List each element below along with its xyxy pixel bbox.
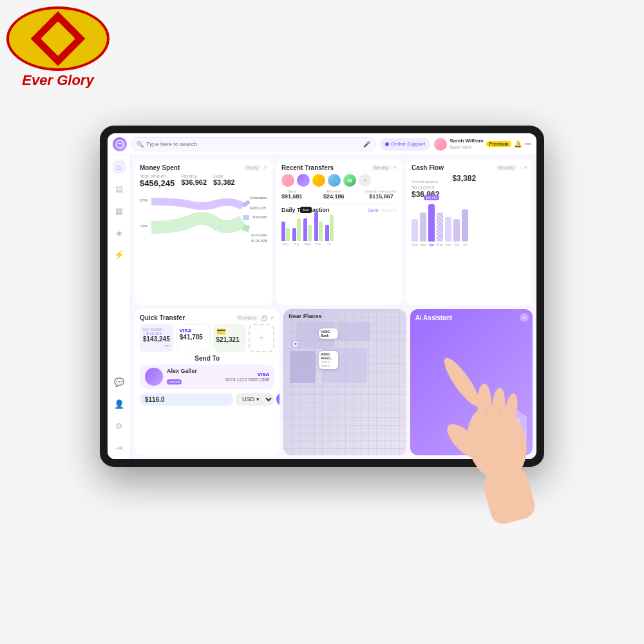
bar-wed: $en bbox=[303, 218, 312, 241]
dashboard-rows: Money Spent Yearly ↗ Total amount $456,2… bbox=[131, 155, 536, 459]
sidebar-item-wallet[interactable]: ◈ bbox=[113, 226, 126, 239]
sidebar-item-message[interactable]: 💬 bbox=[113, 375, 126, 388]
svg-point-0 bbox=[116, 140, 124, 148]
bar-mon-recv bbox=[286, 228, 290, 241]
month-feb: Feb bbox=[412, 243, 418, 247]
sankey-chart: 27% 73% bbox=[140, 192, 267, 243]
cf-icons: ↕ ↗ bbox=[519, 165, 527, 171]
expand-icon[interactable]: ↗ bbox=[269, 315, 274, 321]
online-support-button[interactable]: Online Support bbox=[380, 138, 430, 151]
svg-line-3 bbox=[243, 227, 249, 229]
clock-icon: 🕐 bbox=[260, 315, 267, 321]
label-wed: Wed bbox=[303, 242, 312, 246]
bar-tooltip: $en bbox=[300, 207, 312, 213]
bar-fri bbox=[325, 215, 334, 241]
recipient-card-info: VISA 6274 1212 0505 0388 bbox=[225, 372, 269, 382]
row1: Money Spent Yearly ↗ Total amount $456,2… bbox=[135, 159, 533, 305]
recent-transfers-period[interactable]: Weekly bbox=[371, 165, 391, 171]
sidebar-item-user[interactable]: 👤 bbox=[113, 397, 126, 410]
add-card-button[interactable]: + bbox=[249, 324, 274, 352]
bar-tue-send bbox=[292, 228, 296, 241]
sidebar: ⌂ ▤ ▦ ◈ ⚡ 💬 👤 ⚙ ⇥ bbox=[108, 155, 131, 459]
avatar bbox=[434, 138, 447, 151]
currency-select[interactable]: USD ▾ EUR ▾ GBP ▾ bbox=[236, 393, 274, 406]
bar-jul1 bbox=[453, 219, 460, 242]
svg-rect-13 bbox=[481, 466, 538, 527]
monthly-amount: Monthly $36,962 bbox=[181, 174, 207, 188]
avatar-3 bbox=[312, 174, 325, 187]
amount-input-row: USD ▾ EUR ▾ GBP ▾ Transfer bbox=[140, 393, 274, 406]
recipient-row: Alex Galler Added VISA 6274 1212 0505 03… bbox=[140, 365, 274, 389]
recipient-avatar bbox=[145, 368, 163, 386]
ai-close-button[interactable]: ✕ bbox=[520, 313, 529, 322]
pin-1-label: HSBC Bank bbox=[321, 330, 336, 337]
label-mon: Mon bbox=[281, 242, 290, 246]
daily-value: $3,382 bbox=[213, 178, 235, 186]
recipient-card-num: 6274 1212 0505 0388 bbox=[225, 377, 269, 382]
sidebar-item-home[interactable]: ⌂ bbox=[113, 160, 126, 173]
bar-jun-col bbox=[445, 217, 451, 242]
edit-icon[interactable]: ✏ bbox=[393, 165, 397, 171]
money-spent-header: Money Spent Yearly ↗ bbox=[140, 164, 267, 171]
recipient-badge: Added bbox=[167, 379, 182, 384]
main-content: Money Spent Yearly ↗ Total amount $456,2… bbox=[131, 155, 536, 459]
logo-ellipse bbox=[6, 6, 109, 71]
my-wallet-value: $143,245 bbox=[143, 336, 170, 343]
transfer-button[interactable]: Transfer bbox=[276, 393, 279, 405]
contacts-badge[interactable]: Contacts bbox=[236, 315, 259, 321]
daily-amount: Daily $3,382 bbox=[213, 174, 235, 188]
sidebar-item-lightning[interactable]: ⚡ bbox=[113, 248, 126, 261]
month-jul1: Jul bbox=[453, 243, 460, 247]
sidebar-item-logout[interactable]: ⇥ bbox=[113, 441, 126, 454]
user-area: Sarah William New York Premium 🔔 ••• bbox=[434, 138, 531, 151]
daily-tx-bars: $en bbox=[281, 215, 397, 241]
receive-legend: Receive bbox=[381, 208, 397, 213]
label-tue: Tue bbox=[292, 242, 301, 246]
ai-crystal bbox=[475, 397, 533, 455]
row2: Quick Transfer Contacts 🕐 ↗ My Wallet bbox=[135, 309, 533, 455]
sidebar-item-chart[interactable]: ▤ bbox=[113, 182, 126, 195]
bar-may bbox=[437, 213, 443, 242]
mc-wallet-card[interactable]: 💳 $21,321 bbox=[213, 324, 247, 352]
sidebar-item-settings[interactable]: ⚙ bbox=[113, 419, 126, 432]
search-input[interactable] bbox=[146, 141, 361, 147]
map-block-2 bbox=[338, 322, 370, 341]
sidebar-item-calendar[interactable]: ▦ bbox=[113, 204, 126, 217]
bar-apr-tooltip: $36,962 bbox=[424, 195, 439, 200]
tablet-frame: 🔍 🎤 Online Support Sarah William New Yor… bbox=[100, 126, 544, 467]
bar-wed-send bbox=[303, 218, 307, 241]
daily-tx-section: Daily Transaction Send Receive bbox=[281, 204, 397, 246]
daily-tx-legend: Send Receive bbox=[368, 208, 397, 213]
bar-thu bbox=[314, 212, 323, 241]
bar-mon bbox=[281, 222, 290, 241]
bar-feb bbox=[412, 219, 418, 242]
mc-icon: 💳 bbox=[216, 327, 243, 336]
category-accounts: Accounts $128,428 bbox=[251, 232, 267, 243]
avatar-4 bbox=[328, 174, 341, 187]
bar-fri-recv bbox=[330, 215, 334, 241]
notification-icon[interactable]: 🔔 bbox=[514, 140, 522, 147]
mc-value: $21,321 bbox=[216, 336, 243, 343]
near-places-card: Near Places HSBC Bank bbox=[283, 309, 406, 455]
avatars-row: M + bbox=[281, 174, 397, 187]
visa-wallet-card[interactable]: VISA $41,705 bbox=[176, 324, 211, 352]
more-icon[interactable]: ••• bbox=[524, 140, 531, 147]
total-amount: Total amount $456,245 bbox=[140, 174, 175, 188]
search-icon: 🔍 bbox=[137, 141, 144, 147]
logo-text: Ever Glory bbox=[22, 72, 93, 89]
map-pin-2[interactable]: HSBC Ameri... HSBC Ameri... bbox=[319, 351, 338, 369]
cash-flow-period[interactable]: Monthly bbox=[496, 165, 517, 171]
quick-transfer-header: Quick Transfer Contacts 🕐 ↗ bbox=[140, 314, 274, 321]
cf-daily-value: $3,382 bbox=[452, 174, 476, 183]
map-pin-1[interactable]: HSBC Bank bbox=[319, 328, 338, 339]
my-wallet-card[interactable]: My Wallet + $ 10,724 $143,245 ••• bbox=[140, 324, 173, 352]
sent-amount: Send $91,681 bbox=[281, 189, 303, 200]
bar-tue-recv bbox=[297, 218, 301, 241]
amount-input[interactable] bbox=[140, 393, 233, 406]
wallet-more-icon[interactable]: ••• bbox=[143, 343, 170, 348]
recent-transfers-card: Recent Transfers Weekly ✏ bbox=[276, 159, 402, 305]
money-spent-period[interactable]: Yearly bbox=[243, 165, 261, 171]
search-bar[interactable]: 🔍 🎤 bbox=[131, 137, 376, 151]
cat-random: Random bbox=[252, 214, 267, 220]
near-places-title: Near Places bbox=[289, 313, 321, 319]
